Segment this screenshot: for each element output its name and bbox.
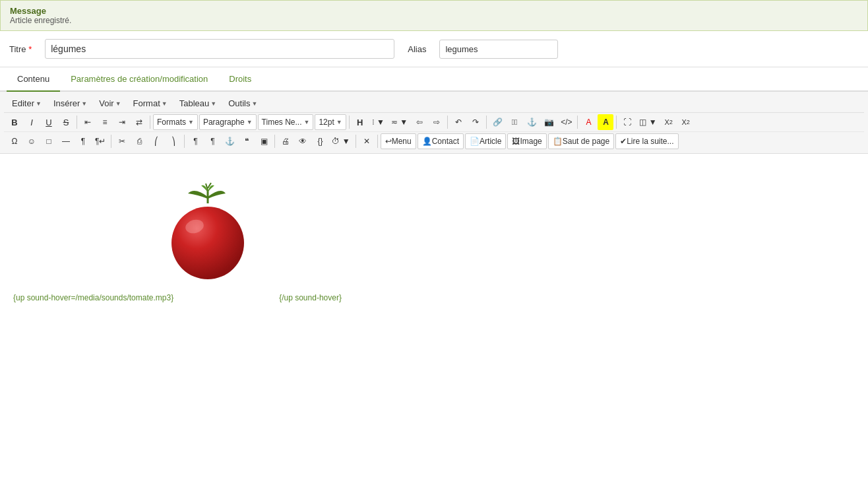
ordered-list-button[interactable]: ≂ ▼: [388, 114, 410, 130]
tab-droits[interactable]: Droits: [218, 67, 262, 92]
message-body: Article enregistré.: [10, 16, 858, 25]
table-button[interactable]: ◫ ▼: [636, 114, 659, 130]
bookmark-button[interactable]: ⚓: [524, 114, 540, 130]
size-dropdown[interactable]: 12pt ▼: [315, 114, 346, 130]
strikethrough-button[interactable]: S: [58, 114, 74, 130]
template-button[interactable]: ▣: [256, 133, 272, 149]
contact-link-button[interactable]: 👤 Contact: [418, 133, 464, 149]
link-button[interactable]: 🔗: [489, 114, 505, 130]
bold-button[interactable]: B: [7, 114, 22, 130]
unordered-list-button[interactable]: ⁝ ▼: [369, 114, 387, 130]
outils-arrow-icon: ▼: [251, 100, 257, 107]
menu-outils[interactable]: Outils ▼: [223, 96, 263, 110]
sep-2: [150, 116, 150, 129]
sep-9: [184, 135, 185, 148]
menu-editer[interactable]: Editer ▼: [7, 96, 47, 110]
remove-format-button[interactable]: ✕: [359, 133, 375, 149]
format-arrow-icon: ▼: [162, 100, 168, 107]
sep-7: [616, 116, 617, 129]
image-insert-button[interactable]: 📷: [541, 114, 557, 130]
menubar: Editer ▼ Insérer ▼ Voir ▼ Format ▼ Table…: [4, 94, 864, 113]
message-title: Message: [10, 6, 858, 16]
size-arrow-icon: ▼: [336, 119, 342, 125]
menu-inserer[interactable]: Insérer ▼: [48, 96, 92, 110]
redo-button[interactable]: ↷: [468, 114, 483, 130]
formats-dropdown[interactable]: Formats ▼: [153, 114, 198, 130]
align-right-button[interactable]: ⇥: [114, 114, 130, 130]
shortcode-start: {up sound-hover=/media/sounds/tomate.mp3…: [13, 293, 173, 302]
font-dropdown[interactable]: Times Ne... ▼: [258, 114, 314, 130]
indent-right-button[interactable]: ⇨: [429, 114, 445, 130]
emoticon-button[interactable]: ☺: [24, 133, 40, 149]
editor-toolbar: Editer ▼ Insérer ▼ Voir ▼ Format ▼ Table…: [0, 92, 868, 154]
copy-button[interactable]: ⎙: [131, 133, 147, 149]
sep-12: [377, 135, 378, 148]
title-row: Titre * Alias: [0, 31, 868, 67]
shortcode-row: {up sound-hover=/media/sounds/tomate.mp3…: [13, 288, 855, 302]
editer-arrow-icon: ▼: [36, 100, 42, 107]
indent-left-button[interactable]: ⇦: [412, 114, 427, 130]
direction-ltr-button[interactable]: ¶↵: [92, 133, 108, 149]
formats-arrow-icon: ▼: [188, 119, 194, 125]
paragraph-dropdown[interactable]: Paragraphe ▼: [199, 114, 257, 130]
sep-1: [77, 116, 77, 129]
subscript-button[interactable]: X2: [661, 114, 677, 130]
read-more-button[interactable]: ✔ Lire la suite...: [615, 133, 678, 149]
tomato-stem: [188, 183, 226, 203]
sep-10: [274, 135, 275, 148]
title-label: Titre *: [9, 44, 32, 54]
para-rtl-button[interactable]: ¶: [204, 133, 220, 149]
menu-voir[interactable]: Voir ▼: [94, 96, 126, 110]
font-color-button[interactable]: A: [580, 114, 596, 130]
codesample-button[interactable]: {}: [312, 133, 328, 149]
title-input[interactable]: [45, 39, 394, 59]
voir-arrow-icon: ▼: [115, 100, 121, 107]
para-ltr-button[interactable]: ¶: [187, 133, 203, 149]
page-break-button[interactable]: 📋 Saut de page: [548, 133, 614, 149]
alias-input[interactable]: [439, 40, 558, 59]
paste-button[interactable]: ⎛: [148, 133, 164, 149]
sep-3: [349, 116, 350, 129]
svg-point-3: [171, 207, 244, 279]
preview-button[interactable]: 👁: [295, 133, 311, 149]
special-char-button[interactable]: Ω: [7, 133, 22, 149]
paragraph-arrow-icon: ▼: [247, 119, 253, 125]
fullscreen-button[interactable]: ⛶: [619, 114, 635, 130]
inserer-arrow-icon: ▼: [81, 100, 87, 107]
message-banner: Message Article enregistré.: [0, 0, 868, 31]
align-left-button[interactable]: ⇤: [80, 114, 96, 130]
menu-format[interactable]: Format ▼: [128, 96, 173, 110]
menu-link-button[interactable]: ↩ Menu: [381, 133, 416, 149]
shortcode-end: {/up sound-hover}: [279, 293, 342, 302]
undo-button[interactable]: ↶: [450, 114, 466, 130]
code-button[interactable]: </>: [558, 114, 574, 130]
underline-button[interactable]: U: [41, 114, 57, 130]
quote-button[interactable]: ❝: [239, 133, 255, 149]
media-button[interactable]: □: [41, 133, 57, 149]
timer-button[interactable]: ⏱ ▼: [329, 133, 352, 149]
show-blocks-button[interactable]: ¶: [75, 133, 91, 149]
editor-content[interactable]: {up sound-hover=/media/sounds/tomate.mp3…: [0, 154, 868, 352]
bg-color-button[interactable]: A: [598, 114, 613, 130]
align-center-button[interactable]: ≡: [97, 114, 113, 130]
unlink-button[interactable]: 🔗⃠: [507, 114, 522, 130]
menu-tableau[interactable]: Tableau ▼: [174, 96, 222, 110]
tab-parametres[interactable]: Paramètres de création/modification: [60, 67, 218, 92]
sep-4: [447, 116, 448, 129]
tab-contenu[interactable]: Contenu: [7, 67, 60, 92]
image-link-button[interactable]: 🖼 Image: [507, 133, 546, 149]
heading-button[interactable]: H: [352, 114, 368, 130]
paste-text-button[interactable]: ⎞: [166, 133, 181, 149]
tabs-row: Contenu Paramètres de création/modificat…: [0, 67, 868, 92]
alias-label: Alias: [408, 44, 426, 54]
toolbar-row-2: Ω ☺ □ — ¶ ¶↵ ✂ ⎙ ⎛ ⎞ ¶ ¶ ⚓ ❝ ▣ 🖨 👁 {} ⏱ …: [4, 132, 864, 151]
hr-button[interactable]: —: [58, 133, 74, 149]
cut-button[interactable]: ✂: [114, 133, 130, 149]
superscript-button[interactable]: X2: [678, 114, 694, 130]
print-button[interactable]: 🖨: [278, 133, 294, 149]
article-link-button[interactable]: 📄 Article: [465, 133, 506, 149]
sep-6: [577, 116, 578, 129]
italic-button[interactable]: I: [24, 114, 40, 130]
align-justify-button[interactable]: ⇄: [131, 114, 147, 130]
anchor-button[interactable]: ⚓: [222, 133, 237, 149]
